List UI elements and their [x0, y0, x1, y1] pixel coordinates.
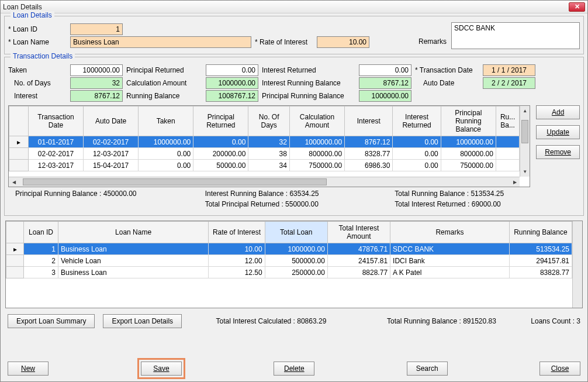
loan-details-group: Loan Details * Loan ID * Loan Name * Rat… — [4, 16, 584, 54]
export-loan-summary-button[interactable]: Export Loan Summary — [8, 314, 95, 328]
prin-run-bal-input[interactable] — [359, 90, 411, 102]
titlebar: Loan Details ✕ — [1, 1, 587, 13]
principal-returned-label: Principal Returned — [126, 66, 202, 74]
loan-name-label: * Loan Name — [8, 38, 67, 46]
loans-grid-row[interactable]: ▸ 1 Business Loan 10.00 1000000.00 47876… — [6, 243, 572, 255]
transactions-grid-row[interactable]: ▸ 01-01-2017 02-02-2017 1000000.00 0.00 … — [9, 136, 520, 148]
int-run-bal-input[interactable] — [359, 77, 411, 89]
interest-returned-input[interactable] — [359, 64, 411, 76]
loans-grid[interactable]: Loan ID Loan Name Rate of Interest Total… — [5, 221, 583, 308]
transactions-grid-row[interactable]: 12-03-2017 15-04-2017 0.00 50000.00 34 7… — [9, 160, 520, 171]
prin-run-bal-label: Principal Running Balance — [262, 92, 355, 100]
loan-id-input[interactable] — [70, 23, 123, 35]
loan-id-label: * Loan ID — [8, 25, 67, 33]
running-balance-input[interactable] — [206, 90, 258, 102]
export-loan-details-button[interactable]: Export Loan Details — [103, 314, 182, 328]
summary-total-int-ret: Total Interest Returned : 69000.00 — [395, 200, 573, 208]
remove-button[interactable]: Remove — [536, 145, 580, 159]
summary-total-run-bal: Total Running Balance : 513534.25 — [395, 190, 573, 198]
transaction-details-legend: Transaction Details — [11, 52, 75, 60]
principal-returned-input[interactable] — [206, 64, 258, 76]
auto-date-label: Auto Date — [415, 79, 479, 87]
loan-name-input[interactable] — [70, 36, 251, 48]
interest-input[interactable] — [70, 90, 123, 102]
transactions-grid-hscroll[interactable]: ◀ ▶ — [9, 177, 520, 187]
calc-amount-input[interactable] — [206, 77, 258, 89]
search-button[interactable]: Search — [407, 362, 448, 376]
remarks-textarea[interactable]: SDCC BANK — [451, 22, 580, 49]
new-button[interactable]: New — [8, 362, 49, 376]
taken-input[interactable] — [70, 64, 123, 76]
loans-grid-vscroll[interactable] — [572, 221, 582, 308]
loans-grid-row[interactable]: 3 Business Loan 12.50 250000.00 8828.77 … — [6, 267, 572, 278]
window-close-button[interactable]: ✕ — [569, 2, 585, 12]
update-button[interactable]: Update — [536, 125, 580, 139]
close-button[interactable]: Close — [539, 362, 580, 376]
transactions-grid-vscroll[interactable]: ▲ ▼ — [520, 106, 530, 177]
int-run-bal-label: Interest Running Balance — [262, 79, 355, 87]
rate-label: * Rate of Interest — [255, 38, 313, 46]
loan-details-legend: Loan Details — [11, 11, 54, 19]
auto-date-input[interactable] — [483, 77, 535, 89]
loans-count: Loans Count : 3 — [531, 317, 580, 325]
transactions-grid-row[interactable]: 02-02-2017 12-03-2017 0.00 200000.00 38 … — [9, 148, 520, 160]
taken-label: Taken — [8, 66, 67, 74]
no-days-input[interactable] — [70, 77, 123, 89]
no-days-label: No. of Days — [8, 79, 67, 87]
transaction-date-label: * Transaction Date — [415, 66, 479, 74]
total-interest-calculated: Total Interest Calculated : 80863.29 — [190, 317, 352, 325]
running-balance-label: Running Balance — [126, 92, 202, 100]
total-running-balance: Total Running Balance : 891520.83 — [361, 317, 523, 325]
summary-int-run-bal: Interest Running Balance : 63534.25 — [205, 190, 383, 198]
rate-input[interactable] — [317, 36, 369, 48]
summary-prin-run-bal: Principal Running Balance : 450000.00 — [15, 190, 193, 198]
add-button[interactable]: Add — [536, 105, 580, 119]
transaction-date-input[interactable] — [483, 64, 535, 76]
interest-label: Interest — [8, 92, 67, 100]
remarks-label: Remarks — [418, 22, 447, 46]
transaction-details-group: Transaction Details Taken Principal Retu… — [4, 57, 584, 216]
loans-grid-row[interactable]: 2 Vehicle Loan 12.00 500000.00 24157.81 … — [6, 255, 572, 267]
transactions-grid[interactable]: Transaction Date Auto Date Taken Princip… — [8, 105, 530, 187]
loans-grid-header: Loan ID Loan Name Rate of Interest Total… — [6, 222, 572, 243]
summary-total-prin-ret: Total Principal Returned : 550000.00 — [205, 200, 383, 208]
loan-details-window: Loan Details ✕ Loan Details * Loan ID * … — [0, 0, 588, 382]
window-title: Loan Details — [3, 3, 569, 11]
save-button[interactable]: Save — [141, 362, 182, 376]
transactions-grid-header: Transaction Date Auto Date Taken Princip… — [9, 106, 520, 136]
calc-amount-label: Calculation Amount — [126, 79, 202, 87]
delete-button[interactable]: Delete — [274, 362, 314, 376]
interest-returned-label: Interest Returned — [262, 66, 355, 74]
